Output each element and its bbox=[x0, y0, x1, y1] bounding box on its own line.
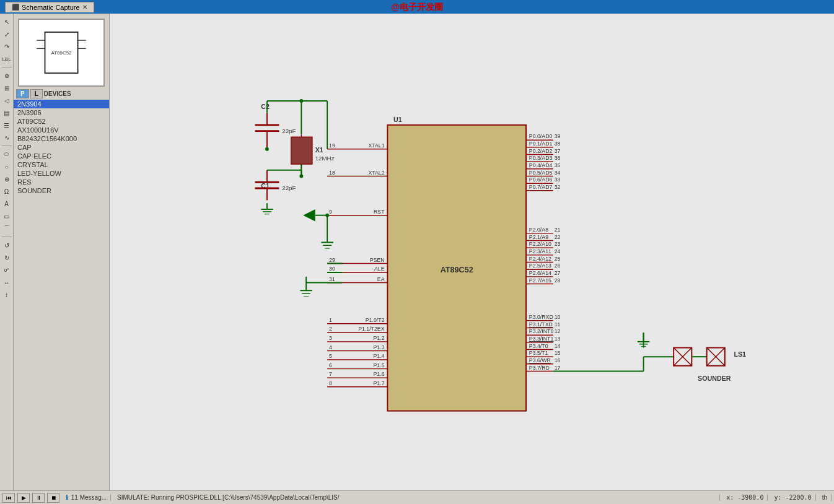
draw-circle[interactable]: ○ bbox=[1, 161, 12, 172]
device-item-cap[interactable]: CAP bbox=[14, 143, 109, 152]
c2-label: C2 bbox=[261, 103, 270, 110]
pin-p30: P3.0/RXD bbox=[529, 314, 553, 320]
crystal-body bbox=[291, 137, 312, 164]
pin-p20: P2.0/A8 bbox=[529, 227, 548, 233]
place-power[interactable]: ∿ bbox=[1, 132, 12, 143]
pin39-num: 39 bbox=[555, 133, 561, 139]
tab-close-button[interactable]: ✕ bbox=[82, 4, 87, 11]
pin24-num: 24 bbox=[555, 248, 561, 254]
svg-text:AT89C52: AT89C52 bbox=[51, 50, 72, 56]
pause-button[interactable]: ⏸ bbox=[32, 493, 45, 503]
move-tool[interactable]: ⤢ bbox=[1, 28, 12, 40]
pin-p04: P0.4/AD4 bbox=[529, 162, 553, 168]
info-icon: ℹ bbox=[66, 494, 68, 501]
tab-l[interactable]: L bbox=[30, 89, 43, 98]
schematic-tab[interactable]: ⬛ Schematic Capture ✕ bbox=[5, 2, 94, 12]
tab-p[interactable]: P bbox=[16, 89, 29, 98]
pin18-num: 18 bbox=[329, 170, 335, 176]
x1-label: X1 bbox=[315, 146, 323, 154]
component-preview: AT89C52 bbox=[18, 19, 105, 87]
device-item-2n3906[interactable]: 2N3906 bbox=[14, 108, 109, 117]
left-toolbar: ↖ ⤢ ↷ LBL ⊕ ⊞ ◁ ▤ ☰ ∿ ⬭ ○ ⊕ Ω A ▭ ⌒ ↺ ↻ … bbox=[0, 14, 14, 504]
pin37-num: 37 bbox=[555, 148, 561, 154]
device-item-at89c52[interactable]: AT89C52 bbox=[14, 117, 109, 126]
mirror-v[interactable]: ↕ bbox=[1, 289, 12, 300]
titlebar: ⬛ Schematic Capture ✕ @电子开发圈 bbox=[0, 0, 834, 14]
y-label: y: bbox=[774, 494, 781, 501]
pin-xtal2: XTAL2 bbox=[368, 170, 384, 176]
device-item-2n3904[interactable]: 2N3904 bbox=[14, 100, 109, 108]
ic-ref-label: U1 bbox=[393, 116, 402, 123]
select-tool[interactable]: ↖ bbox=[1, 16, 12, 27]
pin29-num: 29 bbox=[329, 257, 335, 263]
pin-ea: EA bbox=[377, 276, 385, 282]
c2-value: 22pF bbox=[282, 128, 296, 134]
rst-arrow bbox=[303, 209, 315, 221]
device-item-crystal[interactable]: CRYSTAL bbox=[14, 160, 109, 169]
play-button[interactable]: ▶ bbox=[17, 493, 30, 503]
pin26-num: 26 bbox=[555, 263, 561, 269]
pin35-num: 35 bbox=[555, 162, 561, 168]
draw-polygon[interactable]: Ω bbox=[1, 186, 12, 197]
pin33-num: 33 bbox=[555, 176, 561, 183]
right-info: th bbox=[819, 494, 832, 501]
pin-p13: P1.3 bbox=[374, 344, 385, 350]
pin-p36: P3.6/WR bbox=[529, 357, 551, 363]
schematic-canvas[interactable]: .sch-text { font-family: Arial, sans-ser… bbox=[110, 14, 834, 490]
pin-p12: P1.2 bbox=[374, 335, 385, 341]
device-item-b82432c1564k000[interactable]: B82432C1564K000 bbox=[14, 134, 109, 143]
pin30-num: 30 bbox=[329, 266, 335, 272]
place-netport[interactable]: ☰ bbox=[1, 119, 12, 131]
draw-ellipse[interactable]: ⬭ bbox=[1, 149, 12, 160]
status-messages: ℹ 11 Messag... bbox=[62, 494, 111, 501]
draw-arc[interactable]: ⊕ bbox=[1, 173, 12, 185]
pin21-num: 21 bbox=[555, 227, 561, 233]
pin-p14: P1.4 bbox=[374, 353, 385, 359]
draw-rect[interactable]: ▭ bbox=[1, 211, 12, 222]
simulate-status: SIMULATE: Running PROSPICE.DLL [C:\Users… bbox=[113, 494, 720, 501]
sidebar-tabs: P L DEVICES bbox=[14, 89, 109, 98]
pin9-num: 9 bbox=[329, 209, 332, 215]
pin-p05: P0.5/AD5 bbox=[529, 170, 553, 176]
pin5-num: 5 bbox=[329, 353, 332, 359]
pin3-num: 3 bbox=[329, 335, 332, 341]
pin8-num: 8 bbox=[329, 380, 332, 386]
tab-label: Schematic Capture bbox=[22, 4, 80, 11]
draw-line[interactable]: ⌒ bbox=[1, 223, 12, 234]
tab-icon: ⬛ bbox=[12, 4, 19, 11]
device-item-cap-elec[interactable]: CAP-ELEC bbox=[14, 152, 109, 160]
pin17-num: 17 bbox=[555, 365, 561, 371]
pin-p34: P3.4/T0 bbox=[529, 343, 548, 349]
pin-p07: P0.7/AD7 bbox=[529, 184, 553, 190]
statusbar: ⏮ ▶ ⏸ ⏹ ℹ 11 Messag... SIMULATE: Running… bbox=[0, 490, 834, 504]
rotate-tool[interactable]: ↷ bbox=[1, 41, 12, 52]
pin-p25: P2.5/A13 bbox=[529, 263, 551, 269]
pin-p01: P0.1/AD1 bbox=[529, 141, 553, 147]
place-component[interactable]: ⊕ bbox=[1, 70, 12, 81]
place-text[interactable]: A bbox=[1, 198, 12, 209]
play-back-button[interactable]: ⏮ bbox=[2, 493, 15, 503]
toolbar-divider-1 bbox=[2, 67, 12, 67]
mirror-h[interactable]: ↔ bbox=[1, 277, 12, 288]
undo-button[interactable]: ↺ bbox=[1, 240, 12, 251]
place-wire[interactable]: ◁ bbox=[1, 95, 12, 106]
device-item-res[interactable]: RES bbox=[14, 178, 109, 186]
pin-rst: RST bbox=[374, 209, 385, 215]
device-item-led-yellow[interactable]: LED-YELLOW bbox=[14, 169, 109, 178]
redo-button[interactable]: ↻ bbox=[1, 252, 12, 263]
stop-button[interactable]: ⏹ bbox=[47, 493, 59, 503]
place-bus[interactable]: ▤ bbox=[1, 107, 12, 118]
pin2-num: 2 bbox=[329, 326, 332, 332]
devices-label: DEVICES bbox=[44, 90, 71, 97]
device-item-ax1000u16v[interactable]: AX1000U16V bbox=[14, 126, 109, 134]
pin-p17: P1.7 bbox=[374, 380, 385, 386]
place-junction[interactable]: ⊞ bbox=[1, 82, 12, 93]
pin-p24: P2.4/A12 bbox=[529, 256, 551, 262]
device-item-sounder[interactable]: SOUNDER bbox=[14, 186, 109, 195]
rotation-display: 0° bbox=[1, 264, 12, 276]
pin-p26: P2.6/A14 bbox=[529, 270, 551, 276]
message-text: 11 Messag... bbox=[71, 494, 107, 501]
watermark-text: @电子开发圈 bbox=[391, 0, 443, 14]
label-tool[interactable]: LBL bbox=[1, 53, 12, 64]
device-list: 2N39042N3906AT89C52AX1000U16VB82432C1564… bbox=[14, 100, 109, 195]
